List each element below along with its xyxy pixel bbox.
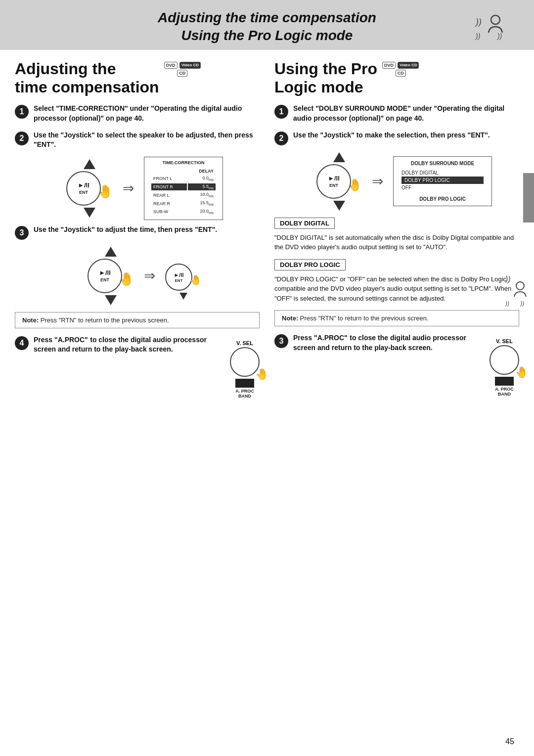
page: Adjusting the time compensation Using th…: [0, 0, 534, 756]
left-step2-num: 2: [15, 132, 29, 145]
svg-text:)): )): [496, 32, 502, 40]
right-step2: 2 Use the "Joystick" to make the selecti…: [274, 131, 519, 145]
dolby-digital-section: DOLBY DIGITAL "DOLBY DIGITAL" is set aut…: [274, 218, 519, 252]
aproc-circle-wrapper: 🤚: [230, 347, 260, 377]
dolby-digital-desc: "DOLBY DIGITAL" is set automatically whe…: [274, 233, 519, 252]
step3-text-bold-right: Press "A.PROC": [293, 334, 348, 342]
step4-text-bold: Press "A.PROC": [34, 336, 88, 344]
right-title-line2: Logic mode: [274, 78, 377, 96]
aproc-button-left: V. SEL 🤚 A. PROC BAND: [230, 340, 260, 399]
row-subw-val: 20.0ms: [188, 208, 216, 216]
vsel-label-right: V. SEL: [496, 338, 513, 344]
badge-cd-right: CD: [396, 70, 406, 77]
row-rear-r-label: REAR R: [151, 200, 187, 207]
row-front-l-val: 0.0ms: [188, 175, 216, 182]
arrow-down-2: [105, 295, 117, 305]
svg-point-5: [516, 282, 524, 290]
left-step3-text: Use the "Joystick" to adjust the time, t…: [34, 225, 217, 235]
row-front-l-label: FRONT L: [151, 175, 187, 182]
left-diagram2: ►/II ENT 🤚 ⇒ ►/II ENT: [30, 247, 260, 305]
left-step4-content: Press "A.PROC" to close the digital audi…: [34, 335, 260, 399]
left-title-line1: Adjusting the: [15, 60, 159, 78]
svg-point-1: [491, 15, 500, 24]
left-step1: 1 Select "TIME-CORRECTION" under "Operat…: [15, 104, 260, 123]
left-diagram1: ►/II ENT 🤚 ⇒ TIME-CORRECTION DELAY: [30, 157, 260, 220]
right-section-header: Using the Pro Logic mode DVD Video CD CD: [274, 60, 519, 96]
right-side-icons: )) )) )): [505, 272, 530, 307]
dolby-surround-screen: DOLBY SURROUND MODE DOLBY DIGITAL DOLBY …: [393, 156, 492, 206]
svg-text:)): )): [519, 300, 524, 307]
svg-text:)): )): [475, 17, 482, 27]
dolby-screen-bottom: DOLBY PRO LOGIC: [401, 196, 484, 202]
right-ent-label-1: ENT: [329, 183, 338, 188]
small-arrow-down: [179, 293, 187, 300]
dolby-pro-logic-label: DOLBY PRO LOGIC: [274, 259, 346, 270]
right-step2-num: 2: [274, 132, 288, 145]
left-step1-text: Select "TIME-CORRECTION" under "Operatin…: [34, 104, 260, 123]
left-step4-num: 4: [15, 336, 29, 350]
row-rear-r-val: 15.5ms: [188, 200, 216, 207]
left-joystick2: ►/II ENT 🤚: [88, 247, 134, 305]
dolby-pro-logic-section: DOLBY PRO LOGIC "DOLBY PRO LOGIC" or "OF…: [274, 259, 519, 304]
hand-icon-aproc-right: 🤚: [515, 366, 528, 379]
aproc-black-rect-right: [495, 377, 514, 386]
left-note-text: Press "RTN" to return to the previous sc…: [41, 316, 169, 324]
arrow-up-2: [105, 247, 117, 257]
aproc-band-label-left: A. PROC BAND: [235, 389, 254, 399]
left-column: Adjusting the time compensation DVD Vide…: [15, 50, 260, 405]
play-pause-icon-2: ►/II: [99, 269, 111, 276]
right-note-label: Note:: [282, 314, 298, 322]
right-note: Note: Press "RTN" to return to the previ…: [274, 310, 519, 326]
badge-videocd-right: Video CD: [398, 62, 419, 69]
left-note: Note: Press "RTN" to return to the previ…: [15, 312, 260, 328]
row-subw-label: SUB-W: [151, 208, 187, 216]
side-tab: [523, 173, 534, 222]
right-step1-text: Select "DOLBY SURROUND MODE" under "Oper…: [293, 104, 519, 123]
dolby-pro-logic-desc: "DOLBY PRO LOGIC" or "OFF" can be select…: [274, 274, 519, 304]
joystick-circle-3: ►/II ENT: [165, 264, 192, 291]
right-diagram1: ►/II ENT 🤚 ⇒ DOLBY SURROUND MODE DOLBY D…: [289, 152, 519, 211]
dolby-digital-label: DOLBY DIGITAL: [274, 218, 335, 229]
svg-text:)): )): [505, 300, 509, 307]
right-title-line1: Using the Pro: [274, 60, 377, 78]
right-badges: DVD Video CD CD: [382, 62, 419, 77]
side-icons-svg: )) )) )): [505, 272, 530, 307]
ent-label-2: ENT: [100, 277, 109, 282]
left-step1-num: 1: [15, 105, 29, 119]
right-arrow-up-1: [333, 152, 345, 162]
right-joystick1: ►/II ENT 🤚: [316, 152, 362, 211]
dolby-pro-logic-item-selected: DOLBY PRO LOGIC: [401, 177, 484, 184]
screen-title: TIME-CORRECTION: [150, 160, 217, 165]
aproc-band-label-right: A. PROC BAND: [495, 387, 514, 397]
play-pause-icon-1: ►/II: [78, 181, 89, 189]
left-step4: 4 Press "A.PROC" to close the digital au…: [15, 335, 260, 399]
dolby-digital-item: DOLBY DIGITAL: [401, 169, 484, 177]
left-step3-num: 3: [15, 226, 29, 240]
arrow-right-2: ⇒: [144, 267, 155, 284]
left-joystick1: ►/II ENT 🤚: [66, 159, 113, 218]
right-step1: 1 Select "DOLBY SURROUND MODE" under "Op…: [274, 104, 519, 123]
arrow-right-1: ⇒: [123, 180, 134, 196]
header: Adjusting the time compensation Using th…: [0, 0, 534, 50]
hand-icon-aproc-left: 🤚: [255, 368, 268, 381]
right-step2-text: Use the "Joystick" to make the selection…: [293, 131, 490, 140]
aproc-button-right: V. SEL 🤚 A. PROC BAND: [490, 338, 519, 397]
hand-icon-3: 🤚: [189, 274, 202, 286]
row-front-r-label: FRONT R: [151, 183, 187, 191]
right-arrow-right-1: ⇒: [372, 173, 383, 189]
right-play-pause-1: ►/II: [328, 175, 340, 182]
left-step2: 2 Use the "Joystick" to select the speak…: [15, 131, 260, 150]
left-joystick3: ►/II ENT 🤚: [165, 252, 202, 300]
vsel-label-left: V. SEL: [236, 340, 253, 346]
right-joystick-circle-1: ►/II ENT: [316, 164, 351, 199]
play-pause-icon-3: ►/II: [174, 272, 183, 278]
spacer-top: [178, 252, 189, 264]
left-badges: DVD Video CD CD: [164, 62, 201, 77]
joystick-circle-1: ►/II ENT: [66, 171, 101, 206]
badge-cd-left: CD: [177, 70, 187, 77]
dolby-screen-title: DOLBY SURROUND MODE: [401, 161, 484, 166]
step4-text-block: Press "A.PROC" to close the digital audi…: [34, 335, 225, 355]
screen-table: DELAY FRONT L0.0ms FRONT R5.5ms REAR L10…: [150, 167, 217, 217]
arrow-up-1: [84, 159, 95, 169]
arrow-down-1: [84, 208, 95, 218]
